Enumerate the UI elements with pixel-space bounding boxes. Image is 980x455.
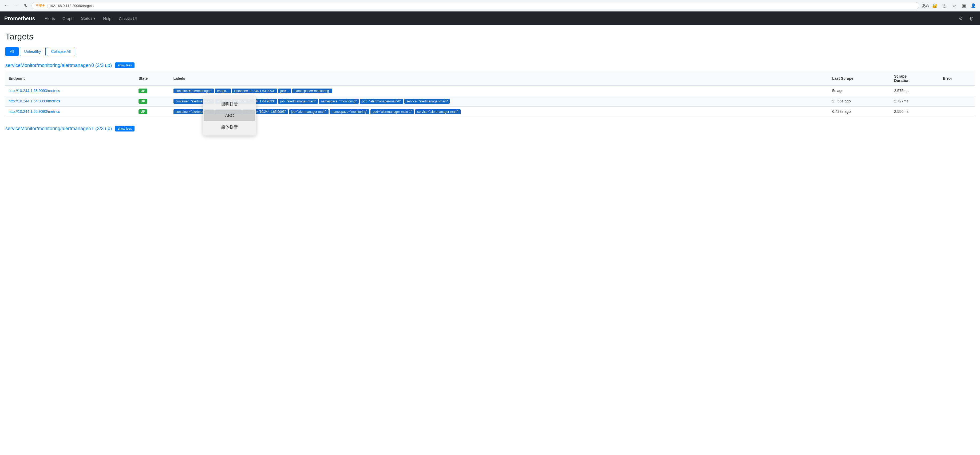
collections-button[interactable]: ▣ (960, 2, 968, 10)
row2-label-5: pod="alertmanager-main-1" (371, 109, 414, 114)
row0-endpoint: http://10.244.1.63:9093/metrics (5, 86, 135, 96)
row0-scrape-duration: 2.575ms (891, 86, 940, 96)
profile-button[interactable]: 👤 (969, 2, 977, 10)
filter-buttons: All Unhealthy Collapse All (5, 47, 975, 56)
browser-chrome: ← → ↻ 不安全 | 192.168.0.113:30080/targets … (0, 0, 980, 11)
filter-collapse-all-button[interactable]: Collapse All (47, 47, 75, 56)
navbar: Prometheus Alerts Graph Status ▾ Help Cl… (0, 11, 980, 25)
security-warning: 不安全 (35, 3, 45, 8)
row2-state: UP (135, 107, 170, 117)
col-error: Error (940, 71, 975, 86)
favorites-button[interactable]: ☆ (950, 2, 958, 10)
row1-label-4: namespace="monitoring" (319, 99, 359, 104)
row0-label-0: container="alertmanager" (173, 89, 214, 94)
row0-last-scrape: 5s ago (829, 86, 891, 96)
row2-endpoint-link[interactable]: http://10.244.1.65:9093/metrics (8, 109, 60, 114)
theme-icon[interactable]: ◐ (967, 14, 976, 23)
row0-label-4: namespace="monitoring" (292, 89, 332, 94)
col-state: State (135, 71, 170, 86)
col-labels: Labels (170, 71, 829, 86)
navbar-brand: Prometheus (4, 16, 35, 22)
row0-label-1: endpo... (215, 89, 231, 94)
row1-state-badge: UP (138, 99, 147, 104)
row1-label-5: pod="alertmanager-main-0" (360, 99, 403, 104)
ime-item-2[interactable]: 简体拼音 (203, 121, 256, 133)
row0-label-3: job=... (278, 89, 291, 94)
row1-state: UP (135, 96, 170, 107)
extensions-button[interactable]: 🔐 (931, 2, 939, 10)
row1-label-3: job="alertmanager-main" (278, 99, 318, 104)
row2-endpoint: http://10.244.1.65:9093/metrics (5, 107, 135, 117)
navbar-links: Alerts Graph Status ▾ Help Classic UI (41, 14, 956, 22)
nav-graph[interactable]: Graph (59, 15, 77, 22)
section2-show-less[interactable]: show less (115, 125, 135, 132)
table-row: http://10.244.1.64:9093/metricsUPcontain… (5, 96, 975, 107)
nav-help[interactable]: Help (100, 15, 115, 22)
refresh-icon-btn[interactable]: ◴ (940, 2, 948, 10)
section1-header: serviceMonitor/monitoring/alertmanager/0… (5, 62, 975, 68)
ime-item-1[interactable]: ABC (204, 110, 255, 121)
nav-status[interactable]: Status ▾ (78, 14, 99, 22)
row0-label-2: instance="10.244.1.63:9093" (232, 89, 277, 94)
row0-labels: container="alertmanager"endpo...instance… (170, 86, 829, 96)
row2-label-3: job="alertmanager-main" (289, 109, 329, 114)
row2-state-badge: UP (138, 109, 147, 114)
row2-last-scrape: 6.428s ago (829, 107, 891, 117)
ime-item-0[interactable]: 搜狗拼音 (203, 98, 256, 110)
url-text: 192.168.0.113:30080/targets (49, 4, 94, 8)
row1-scrape-duration: 2.727ms (891, 96, 940, 107)
section1-table: Endpoint State Labels Last Scrape Scrape… (5, 71, 975, 117)
section1-title[interactable]: serviceMonitor/monitoring/alertmanager/0… (5, 63, 112, 68)
row0-state-badge: UP (138, 89, 147, 94)
row0-endpoint-link[interactable]: http://10.244.1.63:9093/metrics (8, 89, 60, 93)
section2-header: serviceMonitor/monitoring/alertmanager/1… (5, 125, 975, 132)
settings-icon[interactable]: ⚙ (956, 14, 965, 23)
nav-classic-ui[interactable]: Classic UI (116, 15, 140, 22)
col-endpoint: Endpoint (5, 71, 135, 86)
section1-show-less[interactable]: show less (115, 62, 135, 68)
row1-endpoint-link[interactable]: http://10.244.1.64:9093/metrics (8, 99, 60, 103)
row2-label-6: service="alertmanager-main" (415, 109, 460, 114)
navbar-icons: ⚙ ◐ (956, 14, 976, 23)
nav-alerts[interactable]: Alerts (41, 15, 58, 22)
row1-labels: container="alertmanager"endpo...instance… (170, 96, 829, 107)
section2-title[interactable]: serviceMonitor/monitoring/alertmanager/1… (5, 126, 112, 132)
ime-popup: 搜狗拼音 ABC 简体拼音 (203, 96, 256, 135)
browser-actions: あA 🔐 ◴ ☆ ▣ 👤 (921, 2, 977, 10)
row1-label-6: service="alertmanager-main" (404, 99, 450, 104)
table-header-row: Endpoint State Labels Last Scrape Scrape… (5, 71, 975, 86)
back-button[interactable]: ← (3, 2, 10, 10)
forward-button[interactable]: → (12, 2, 20, 10)
main-content: Targets All Unhealthy Collapse All servi… (0, 25, 980, 141)
row0-state: UP (135, 86, 170, 96)
row0-error (940, 86, 975, 96)
row2-scrape-duration: 2.556ms (891, 107, 940, 117)
row1-endpoint: http://10.244.1.64:9093/metrics (5, 96, 135, 107)
page-title: Targets (5, 32, 975, 41)
row2-labels: container="alertmanager"endpoint="web"in… (170, 107, 829, 117)
filter-unhealthy-button[interactable]: Unhealthy (20, 47, 46, 56)
table-row: http://10.244.1.63:9093/metricsUPcontain… (5, 86, 975, 96)
address-bar[interactable]: 不安全 | 192.168.0.113:30080/targets (32, 2, 919, 10)
reload-button[interactable]: ↻ (22, 2, 29, 10)
row2-label-4: namespace="monitoring" (329, 109, 370, 114)
address-separator: | (47, 4, 48, 8)
table-row: http://10.244.1.65:9093/metricsUPcontain… (5, 107, 975, 117)
col-scrape-duration: Scrape Duration (891, 71, 940, 86)
row2-error (940, 107, 975, 117)
col-last-scrape: Last Scrape (829, 71, 891, 86)
translate-button[interactable]: あA (921, 2, 929, 10)
row1-last-scrape: 2...56s ago (829, 96, 891, 107)
row1-error (940, 96, 975, 107)
filter-all-button[interactable]: All (5, 47, 19, 56)
